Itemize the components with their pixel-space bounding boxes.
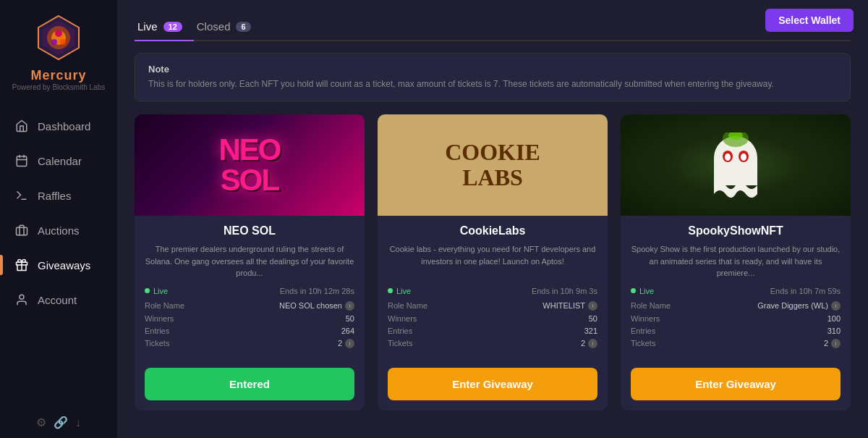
sidebar-bottom-bar: ⚙ 🔗 ↓ xyxy=(0,416,117,429)
svg-rect-17 xyxy=(714,158,757,185)
tickets-label: Tickets xyxy=(388,339,412,348)
enter-giveaway-button-cookielabs[interactable]: Enter Giveaway xyxy=(388,368,597,400)
svg-point-6 xyxy=(60,39,66,45)
spooky-ghost-icon xyxy=(707,132,765,198)
download-icon[interactable]: ↓ xyxy=(75,416,81,429)
entries-value: 264 xyxy=(341,327,354,335)
sidebar-navigation: Dashboard Calendar Raffles xyxy=(0,109,117,317)
main-content: Select Wallet Live 12 Closed 6 Note This… xyxy=(117,0,868,438)
card-spooky-footer: Enter Giveaway xyxy=(621,368,851,410)
app-subtitle: Powered by Blocksmith Labs xyxy=(12,83,105,91)
content-area: Live 12 Closed 6 Note This is for holder… xyxy=(117,0,868,438)
role-name-row: Role Name WHITELIST i xyxy=(388,301,597,311)
select-wallet-button[interactable]: Select Wallet xyxy=(765,9,854,32)
card-neosol-title: NEO SOL xyxy=(145,224,354,237)
cards-grid: NEOSOL NEO SOL The premier dealers under… xyxy=(135,114,851,410)
live-label: Live xyxy=(153,287,168,295)
live-dot-icon xyxy=(145,288,150,293)
tickets-value: 2 i xyxy=(581,339,597,348)
svg-rect-7 xyxy=(17,156,27,167)
tab-live-badge: 12 xyxy=(163,22,182,32)
live-indicator: Live xyxy=(145,287,168,295)
sidebar-item-giveaways[interactable]: Giveaways xyxy=(0,248,117,282)
entries-value: 310 xyxy=(827,327,841,335)
winners-label: Winners xyxy=(388,314,417,323)
winners-label: Winners xyxy=(631,314,660,323)
link-icon[interactable]: 🔗 xyxy=(54,416,68,429)
giveaways-icon xyxy=(14,258,29,272)
sidebar-item-label: Calendar xyxy=(38,155,82,167)
card-neosol-footer: Entered xyxy=(135,368,365,410)
role-name-row: Role Name Grave Diggers (WL) i xyxy=(631,301,841,311)
card-neosol-desc: The premier dealers underground ruling t… xyxy=(145,243,354,279)
live-label: Live xyxy=(639,287,654,295)
sidebar-item-label: Auctions xyxy=(38,224,80,237)
neosol-logo-text: NEOSOL xyxy=(218,135,280,195)
tickets-info-icon[interactable]: i xyxy=(345,339,354,348)
settings-icon[interactable]: ⚙ xyxy=(36,416,46,429)
live-indicator: Live xyxy=(631,287,654,295)
sidebar-item-raffles[interactable]: Raffles xyxy=(0,178,117,213)
entries-value: 321 xyxy=(584,327,597,335)
tab-closed-badge: 6 xyxy=(236,22,250,32)
role-name-label: Role Name xyxy=(631,301,671,310)
sidebar-item-label: Raffles xyxy=(38,190,71,202)
header-bar: Select Wallet xyxy=(751,0,868,41)
card-cookielabs: COOKIELABS CookieLabs Cookie labs - ever… xyxy=(378,114,608,410)
sidebar-item-account[interactable]: Account xyxy=(0,282,117,317)
role-info-icon[interactable]: i xyxy=(345,301,354,311)
calendar-icon xyxy=(14,153,29,168)
tab-live[interactable]: Live 12 xyxy=(135,14,194,40)
card-cookielabs-footer: Enter Giveaway xyxy=(378,368,608,410)
tab-closed[interactable]: Closed 6 xyxy=(194,14,263,40)
ends-label: Ends in 10h 9m 3s xyxy=(532,287,597,295)
card-spooky-image xyxy=(621,114,851,216)
tickets-value: 2 i xyxy=(338,339,354,348)
card-spooky-title: SpookyShowNFT xyxy=(631,224,841,237)
svg-rect-12 xyxy=(17,227,27,235)
role-name-row: Role Name NEO SOL chosen i xyxy=(145,301,354,311)
logo-hex-icon xyxy=(34,13,83,62)
sidebar: Mercury Powered by Blocksmith Labs Dashb… xyxy=(0,0,117,438)
note-title: Note xyxy=(148,64,837,75)
sidebar-item-auctions[interactable]: Auctions xyxy=(0,213,117,248)
note-text: This is for holders only. Each NFT you h… xyxy=(148,77,837,90)
ends-label: Ends in 10h 12m 28s xyxy=(280,287,354,295)
svg-point-21 xyxy=(741,153,746,161)
entries-row: Entries 321 xyxy=(388,327,597,335)
note-box: Note This is for holders only. Each NFT … xyxy=(135,53,851,101)
role-name-label: Role Name xyxy=(145,301,184,310)
winners-row: Winners 100 xyxy=(631,314,841,323)
card-cookielabs-desc: Cookie labs - everything you need for NF… xyxy=(388,243,597,279)
winners-row: Winners 50 xyxy=(388,314,597,323)
card-cookielabs-body: CookieLabs Cookie labs - everything you … xyxy=(378,216,608,361)
enter-giveaway-button-spooky[interactable]: Enter Giveaway xyxy=(631,368,841,400)
account-icon xyxy=(14,292,29,307)
role-info-icon[interactable]: i xyxy=(831,301,841,311)
sidebar-item-calendar[interactable]: Calendar xyxy=(0,143,117,178)
ends-label: Ends in 10h 7m 59s xyxy=(770,287,841,295)
sidebar-item-dashboard[interactable]: Dashboard xyxy=(0,109,117,143)
live-indicator: Live xyxy=(388,287,411,295)
auctions-icon xyxy=(14,223,29,237)
winners-value: 50 xyxy=(589,314,597,323)
card-spooky: SpookyShowNFT Spooky Show is the first p… xyxy=(621,114,851,410)
tickets-label: Tickets xyxy=(631,339,655,348)
tickets-info-icon[interactable]: i xyxy=(831,339,841,348)
entered-button[interactable]: Entered xyxy=(145,368,354,400)
role-name-value: WHITELIST i xyxy=(542,301,597,311)
role-info-icon[interactable]: i xyxy=(588,301,597,311)
tab-closed-label: Closed xyxy=(197,20,231,33)
role-name-value: NEO SOL chosen i xyxy=(279,301,354,311)
winners-row: Winners 50 xyxy=(145,314,354,323)
tickets-info-icon[interactable]: i xyxy=(588,339,597,348)
card-cookielabs-title: CookieLabs xyxy=(388,224,597,237)
role-name-label: Role Name xyxy=(388,301,427,310)
entries-label: Entries xyxy=(145,327,169,335)
logo xyxy=(34,13,83,62)
app-title: Mercury xyxy=(30,68,86,83)
sidebar-item-label: Account xyxy=(38,294,77,306)
live-dot-icon xyxy=(388,288,393,293)
card-cookielabs-image: COOKIELABS xyxy=(378,114,608,216)
entries-row: Entries 264 xyxy=(145,327,354,335)
